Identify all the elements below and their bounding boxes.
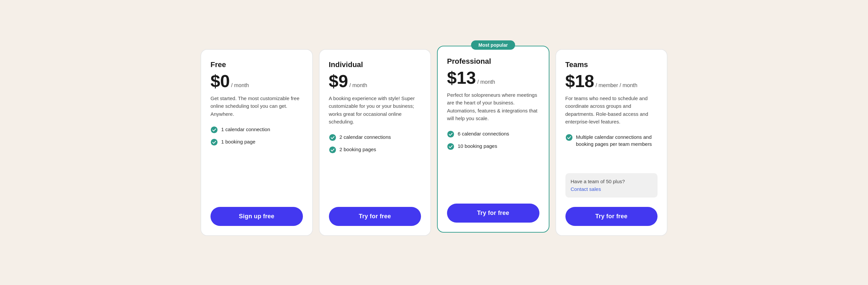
- plan-name-individual: Individual: [329, 60, 421, 69]
- contact-sales-link[interactable]: Contact sales: [571, 186, 601, 192]
- plan-features-teams: Multiple calendar connections and bookin…: [565, 134, 658, 167]
- plan-card-individual: Individual $9 / month A booking experien…: [319, 49, 431, 236]
- plan-price-free: $0: [211, 73, 230, 90]
- plan-feature-teams-0: Multiple calendar connections and bookin…: [565, 134, 658, 147]
- plan-features-free: 1 calendar connection 1 booking page: [211, 126, 303, 198]
- plan-feature-professional-0: 6 calendar connections: [447, 130, 539, 138]
- plan-price-individual: $9: [329, 73, 348, 90]
- plan-period-professional: / month: [477, 79, 495, 85]
- plan-card-teams: Teams $18 / member / month For teams who…: [555, 49, 668, 236]
- plan-price-row-individual: $9 / month: [329, 73, 421, 90]
- plan-name-teams: Teams: [565, 60, 658, 69]
- plan-period-individual: / month: [349, 82, 367, 88]
- feature-text: 2 calendar connections: [340, 134, 391, 141]
- team-note: Have a team of 50 plus? Contact sales: [565, 173, 658, 198]
- svg-point-5: [447, 143, 454, 150]
- plan-price-teams: $18: [565, 73, 594, 90]
- plan-card-professional: Most popularProfessional $13 / month Per…: [437, 46, 550, 233]
- feature-text: Multiple calendar connections and bookin…: [576, 134, 658, 147]
- check-icon: [329, 146, 336, 153]
- plan-price-professional: $13: [447, 69, 476, 86]
- cta-button-individual[interactable]: Try for free: [329, 207, 421, 226]
- feature-text: 1 calendar connection: [221, 126, 270, 133]
- plan-name-professional: Professional: [447, 57, 539, 66]
- check-icon: [447, 131, 454, 138]
- plan-feature-individual-1: 2 booking pages: [329, 146, 421, 153]
- svg-point-0: [211, 126, 217, 133]
- feature-text: 6 calendar connections: [458, 130, 509, 137]
- plan-description-professional: Perfect for solopreneurs where meetings …: [447, 91, 539, 122]
- plan-feature-professional-1: 10 booking pages: [447, 142, 539, 150]
- cta-button-professional[interactable]: Try for free: [447, 204, 539, 223]
- plan-feature-free-1: 1 booking page: [211, 138, 303, 146]
- plan-description-free: Get started. The most customizable free …: [211, 94, 303, 118]
- check-icon: [565, 134, 573, 141]
- check-icon: [447, 143, 454, 150]
- plan-description-individual: A booking experience with style! Super c…: [329, 94, 421, 125]
- svg-point-3: [329, 146, 336, 153]
- feature-text: 2 booking pages: [340, 146, 376, 153]
- svg-point-6: [565, 134, 572, 141]
- plan-period-free: / month: [231, 82, 249, 88]
- check-icon: [329, 134, 336, 141]
- plan-description-teams: For teams who need to schedule and coord…: [565, 94, 658, 125]
- svg-point-2: [329, 134, 336, 141]
- plan-price-row-free: $0 / month: [211, 73, 303, 90]
- plan-feature-individual-0: 2 calendar connections: [329, 134, 421, 141]
- plan-features-professional: 6 calendar connections 10 booking pages: [447, 130, 539, 194]
- plan-price-row-teams: $18 / member / month: [565, 73, 658, 90]
- plan-price-row-professional: $13 / month: [447, 69, 539, 86]
- svg-point-4: [447, 131, 454, 138]
- pricing-container: Free $0 / month Get started. The most cu…: [200, 49, 668, 236]
- check-icon: [211, 139, 218, 146]
- plan-feature-free-0: 1 calendar connection: [211, 126, 303, 134]
- plan-name-free: Free: [211, 60, 303, 69]
- cta-button-teams[interactable]: Try for free: [565, 207, 658, 226]
- plan-period-teams: / member / month: [595, 82, 637, 88]
- plan-features-individual: 2 calendar connections 2 booking pages: [329, 134, 421, 198]
- feature-text: 10 booking pages: [458, 142, 497, 149]
- cta-button-free[interactable]: Sign up free: [211, 207, 303, 226]
- check-icon: [211, 126, 218, 134]
- popular-badge: Most popular: [471, 40, 515, 50]
- svg-point-1: [211, 139, 217, 145]
- plan-card-free: Free $0 / month Get started. The most cu…: [200, 49, 313, 236]
- feature-text: 1 booking page: [221, 138, 255, 145]
